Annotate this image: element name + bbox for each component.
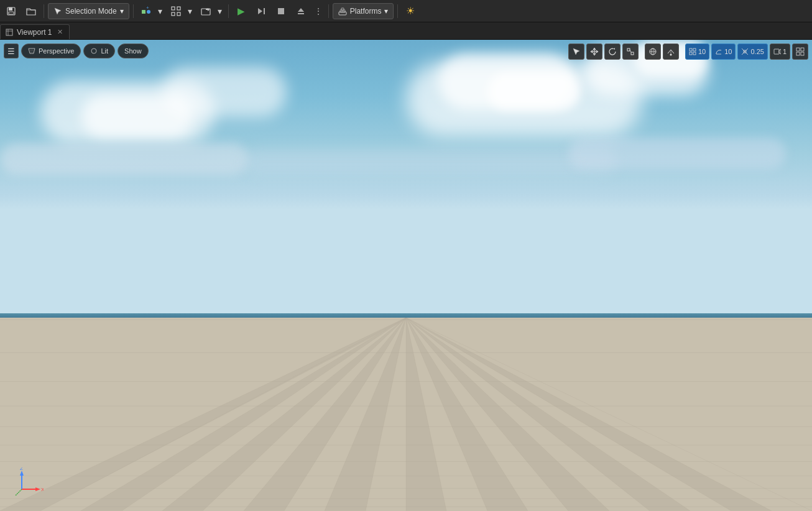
viewport-tab-icon (6, 29, 13, 36)
svg-text:X: X (41, 487, 44, 492)
scale-snap-icon (741, 48, 749, 55)
show-button[interactable]: Show (118, 44, 149, 58)
lit-label: Lit (101, 47, 108, 55)
svg-rect-79 (627, 48, 630, 51)
show-label: Show (124, 47, 142, 55)
rotate-tool-button[interactable] (604, 44, 621, 60)
platforms-dropdown-arrow: ▾ (384, 7, 388, 16)
viewport-tab-1[interactable]: Viewport 1 ✕ (0, 24, 70, 39)
axis-gizmo: Z X (12, 467, 44, 499)
grid-snap-button[interactable]: 10 (685, 44, 709, 60)
snap-button[interactable] (167, 2, 185, 20)
angle-snap-button[interactable]: 10 (711, 44, 736, 60)
cloud-3 (487, 73, 581, 110)
camera-button[interactable] (197, 2, 215, 20)
cloud-7 (0, 144, 249, 175)
svg-rect-11 (264, 8, 265, 14)
eject-button[interactable] (292, 2, 310, 20)
svg-rect-12 (278, 8, 284, 14)
platforms-button[interactable]: Platforms ▾ (333, 3, 394, 19)
angle-icon (715, 48, 722, 55)
svg-rect-87 (690, 48, 692, 51)
svg-rect-17 (6, 29, 12, 35)
add-actors-button[interactable]: + (137, 2, 155, 20)
camera-dropdown[interactable]: ▾ (216, 2, 224, 20)
svg-line-104 (16, 489, 22, 495)
play-button[interactable]: ▶ (233, 2, 250, 20)
more-options-button[interactable]: ⋮ (312, 2, 325, 20)
svg-rect-97 (801, 52, 804, 55)
add-actors-group: + ▾ (137, 2, 165, 20)
clouds-layer (0, 40, 812, 313)
svg-rect-7 (177, 7, 180, 10)
angle-value: 10 (724, 48, 732, 55)
lit-icon (90, 47, 98, 55)
maximize-icon (796, 47, 805, 56)
svg-rect-1 (9, 7, 12, 11)
svg-rect-6 (172, 7, 175, 10)
stop-button[interactable] (272, 2, 290, 20)
close-tab-button[interactable]: ✕ (55, 28, 64, 37)
grid-snap-icon (689, 48, 696, 55)
svg-rect-2 (9, 12, 14, 14)
viewport-container: ☰ Perspective Lit Show (0, 40, 812, 511)
divider-3 (228, 4, 229, 18)
cursor-icon (572, 47, 581, 56)
viewport-scene[interactable] (0, 40, 812, 511)
snap-group: ▾ (167, 2, 195, 20)
svg-marker-99 (20, 471, 24, 476)
svg-rect-80 (631, 52, 634, 55)
svg-point-86 (670, 54, 671, 56)
grid-value: 10 (698, 48, 706, 55)
svg-rect-96 (796, 52, 800, 55)
snap-dropdown[interactable]: ▾ (186, 2, 195, 20)
perspective-label: Perspective (39, 47, 74, 55)
divider-2 (133, 4, 134, 18)
viewport-menu-button[interactable]: ☰ (4, 44, 19, 58)
add-actors-dropdown[interactable]: ▾ (156, 2, 165, 20)
platforms-label: Platforms (350, 7, 382, 16)
cloud-8 (244, 149, 617, 174)
perspective-button[interactable]: Perspective (21, 44, 81, 58)
viewport-right-controls: 10 10 0.25 1 (568, 44, 808, 60)
camera-speed-value: 1 (783, 48, 787, 55)
divider-4 (328, 4, 329, 18)
top-toolbar: Selection Mode ▾ + ▾ ▾ (0, 0, 812, 22)
surface-icon (667, 47, 675, 56)
scale-tool-button[interactable] (622, 44, 639, 60)
select-tool-button[interactable] (568, 44, 584, 60)
play-next-button[interactable] (252, 2, 270, 20)
move-icon (590, 47, 599, 56)
lit-button[interactable]: Lit (83, 44, 115, 58)
rotate-icon (608, 47, 617, 56)
svg-text:+: + (146, 6, 149, 11)
globe-icon (648, 47, 657, 56)
scale-snap-button[interactable]: 0.25 (737, 44, 767, 60)
camera-speed-button[interactable]: 1 (770, 44, 790, 60)
camera-speed-icon (773, 48, 781, 55)
perspective-icon (28, 47, 35, 55)
svg-rect-93 (774, 49, 779, 54)
save-button[interactable] (2, 2, 20, 20)
svg-text:Z: Z (20, 467, 23, 471)
svg-rect-90 (693, 52, 696, 55)
maximize-viewport-button[interactable] (792, 44, 808, 60)
svg-rect-3 (142, 10, 145, 14)
sun-button[interactable]: ☀ (402, 2, 419, 20)
world-space-button[interactable] (645, 44, 661, 60)
move-tool-button[interactable] (586, 44, 602, 60)
camera-group: ▾ (197, 2, 224, 20)
svg-rect-89 (690, 52, 692, 55)
surface-snap-button[interactable] (663, 44, 679, 60)
selection-mode-label: Selection Mode (65, 7, 117, 16)
divider-5 (397, 4, 398, 18)
svg-marker-102 (35, 487, 40, 491)
tab-bar: Viewport 1 ✕ (0, 22, 812, 40)
divider-1 (44, 4, 44, 18)
floor-grid-svg (0, 318, 812, 511)
open-folder-button[interactable] (22, 2, 40, 20)
scale-icon (626, 47, 635, 56)
svg-rect-13 (298, 13, 304, 14)
selection-mode-button[interactable]: Selection Mode ▾ (48, 3, 129, 19)
floor (0, 318, 812, 511)
